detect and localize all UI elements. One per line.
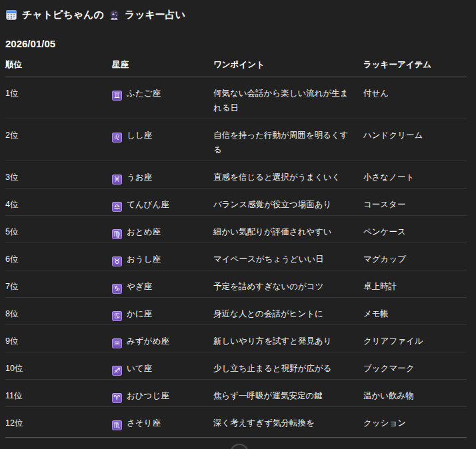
point-label: 直感を信じると選択がうまくいく	[213, 173, 340, 182]
point-label: 新しいやり方を試すと発見あり	[213, 336, 332, 346]
sign-label: みずがめ座	[127, 336, 169, 346]
sign-cell: ♊ふたご座	[112, 77, 213, 119]
point-label: マイペースがちょうどいい日	[213, 254, 324, 264]
sign-cell: ♑やぎ座	[112, 270, 213, 298]
fortune-date: 2026/01/05	[5, 38, 467, 49]
item-label: マグカップ	[363, 254, 406, 264]
zodiac-icon: ♌	[112, 133, 122, 143]
table-row: 12位 ♏さそり座 深く考えすぎず気分転換を クッション	[5, 407, 467, 434]
sign-label: さそり座	[127, 418, 161, 428]
point-label: 身近な人との会話がヒントに	[213, 309, 323, 318]
title-text-2: ラッキー占い	[125, 7, 185, 23]
column-header-item: ラッキーアイテム	[363, 59, 467, 77]
sign-cell: ♏さそり座	[112, 407, 213, 434]
rank-label: 12位	[5, 418, 23, 428]
item-label: 卓上時計	[363, 282, 397, 291]
point-label: 焦らず一呼吸が運気安定の鍵	[213, 391, 323, 400]
zodiac-icon: ♓	[112, 175, 122, 185]
point-cell: 少し立ち止まると視野が広がる	[213, 352, 363, 380]
rank-label: 5位	[5, 227, 18, 236]
column-header-point: ワンポイント	[213, 59, 363, 77]
sign-cell: ♒みずがめ座	[112, 325, 213, 352]
sign-label: おうし座	[127, 254, 161, 264]
sign-cell: ♈おひつじ座	[112, 380, 213, 407]
table-row: 3位 ♓うお座 直感を信じると選択がうまくいく 小さなノート	[5, 161, 467, 189]
item-label: メモ帳	[363, 309, 389, 318]
sign-cell: ♌しし座	[112, 119, 213, 161]
table-row: 9位 ♒みずがめ座 新しいやり方を試すと発見あり クリアファイル	[5, 325, 467, 352]
sign-label: てんびん座	[127, 200, 169, 209]
point-cell: 焦らず一呼吸が運気安定の鍵	[213, 380, 363, 407]
point-cell: マイペースがちょうどいい日	[213, 243, 363, 270]
point-label: 予定を詰めすぎないのがコツ	[213, 282, 323, 291]
zodiac-icon: ♏	[112, 420, 122, 430]
item-cell: 温かい飲み物	[363, 380, 467, 407]
rank-cell: 8位	[5, 298, 112, 325]
sign-label: やぎ座	[127, 282, 152, 291]
scroll-to-bottom-button[interactable]	[230, 444, 249, 449]
rank-cell: 7位	[5, 270, 112, 298]
point-label: 何気ない会話から楽しい流れが生まれる日	[213, 89, 349, 113]
item-label: クリアファイル	[363, 336, 423, 346]
rank-cell: 9位	[5, 325, 112, 352]
table-row: 2位 ♌しし座 自信を持った行動が周囲を明るくする ハンドクリーム	[5, 119, 467, 161]
item-label: ペンケース	[363, 227, 406, 236]
zodiac-icon: ♊	[112, 91, 122, 101]
sign-cell: ♋かに座	[112, 298, 213, 325]
rank-label: 10位	[5, 364, 23, 373]
sign-label: いて座	[127, 364, 152, 373]
page-title: チャトピちゃんの ラッキー占い	[5, 7, 467, 23]
item-cell: 卓上時計	[363, 270, 467, 298]
table-row: 6位 ♉おうし座 マイペースがちょうどいい日 マグカップ	[5, 243, 467, 270]
sign-label: ふたご座	[127, 89, 161, 98]
item-cell: コースター	[363, 189, 467, 216]
sign-label: しし座	[127, 131, 152, 140]
item-label: クッション	[363, 418, 406, 428]
point-cell: 予定を詰めすぎないのがコツ	[213, 270, 363, 298]
table-row: 5位 ♍おとめ座 細かい気配りが評価されやすい ペンケース	[5, 216, 467, 243]
rank-label: 8位	[5, 309, 18, 318]
chat-message: チャトピちゃんの ラッキー占い 2026/01/05 順位 星座 ワンポイント …	[5, 7, 467, 434]
item-label: 小さなノート	[363, 173, 414, 182]
rank-cell: 1位	[5, 77, 112, 119]
crystal-ball-icon	[109, 9, 120, 21]
column-header-sign: 星座	[112, 59, 213, 77]
rank-cell: 5位	[5, 216, 112, 243]
item-label: コースター	[363, 200, 405, 209]
rank-cell: 12位	[5, 407, 112, 434]
column-header-rank: 順位	[5, 59, 112, 77]
footer-divider	[5, 437, 467, 438]
point-label: 深く考えすぎず気分転換を	[213, 418, 315, 428]
zodiac-icon: ♐	[112, 366, 122, 376]
point-cell: 細かい気配りが評価されやすい	[213, 216, 363, 243]
table-row: 11位 ♈おひつじ座 焦らず一呼吸が運気安定の鍵 温かい飲み物	[5, 380, 467, 407]
zodiac-icon: ♑	[112, 284, 122, 294]
point-cell: 直感を信じると選択がうまくいく	[213, 161, 363, 189]
point-label: 少し立ち止まると視野が広がる	[213, 364, 331, 373]
sign-label: うお座	[127, 173, 152, 182]
item-cell: 小さなノート	[363, 161, 467, 189]
item-cell: ハンドクリーム	[363, 119, 467, 161]
sign-cell: ♓うお座	[112, 161, 213, 189]
sign-cell: ♉おうし座	[112, 243, 213, 270]
point-label: 細かい気配りが評価されやすい	[213, 227, 332, 236]
sign-label: おひつじ座	[127, 391, 169, 400]
rank-label: 2位	[5, 131, 18, 140]
rank-cell: 2位	[5, 119, 112, 161]
point-cell: 深く考えすぎず気分転換を	[213, 407, 363, 434]
calendar-icon	[5, 9, 17, 21]
item-cell: メモ帳	[363, 298, 467, 325]
rank-cell: 6位	[5, 243, 112, 270]
table-row: 4位 ♎てんびん座 バランス感覚が役立つ場面あり コースター	[5, 189, 467, 216]
item-cell: マグカップ	[363, 243, 467, 270]
item-label: ハンドクリーム	[363, 131, 423, 140]
zodiac-icon: ♍	[112, 229, 122, 239]
point-cell: 新しいやり方を試すと発見あり	[213, 325, 363, 352]
rank-cell: 10位	[5, 352, 112, 380]
point-cell: 何気ない会話から楽しい流れが生まれる日	[213, 77, 363, 119]
item-label: ブックマーク	[363, 364, 414, 373]
item-cell: クッション	[363, 407, 467, 434]
sign-cell: ♍おとめ座	[112, 216, 213, 243]
table-row: 10位 ♐いて座 少し立ち止まると視野が広がる ブックマーク	[5, 352, 467, 380]
zodiac-icon: ♈	[112, 393, 122, 403]
